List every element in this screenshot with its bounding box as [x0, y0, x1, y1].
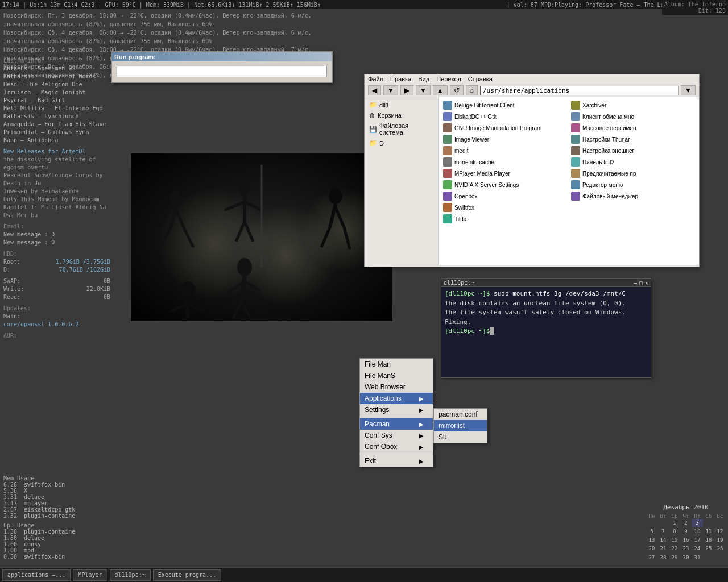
calendar-day[interactable]: 29 — [669, 554, 680, 562]
calendar-day[interactable]: 12 — [714, 527, 726, 536]
fm-app-item[interactable]: Клиент обмена мно — [569, 111, 697, 122]
submenu-item-su[interactable]: Su — [434, 431, 487, 443]
fm-menu-file[interactable]: Файл — [368, 76, 383, 82]
calendar: Декабрь 2010 Пн Вт Ср Чт Пт Сб Вс 123678… — [646, 504, 726, 562]
submenu-item-mirrorlist[interactable]: mirrorlist — [434, 420, 487, 431]
fm-menu-go[interactable]: Переход — [436, 76, 461, 82]
fm-app-item[interactable]: Настройки Thunar — [569, 134, 697, 145]
calendar-day[interactable]: 24 — [692, 544, 703, 553]
fm-sidebar-item[interactable]: 📁D — [365, 138, 438, 148]
term-maximize[interactable]: □ — [639, 280, 643, 286]
menu-item-pacman[interactable]: Pacman ▶ — [360, 418, 433, 430]
fm-address-bar[interactable]: /usr/share/applications — [480, 86, 679, 95]
calendar-day[interactable]: 14 — [657, 536, 669, 544]
calendar-day[interactable]: 23 — [680, 544, 692, 553]
fm-sidebar-item[interactable]: 🗑Корзина — [365, 110, 438, 120]
calendar-day[interactable]: 18 — [703, 536, 714, 544]
fm-home-button[interactable]: ⌂ — [466, 85, 478, 95]
fm-dropdown-button[interactable]: ▼ — [383, 85, 398, 95]
fm-app-item[interactable]: Панель tint2 — [569, 156, 697, 168]
fm-reload-button[interactable]: ↺ — [450, 85, 464, 95]
lastfm-title: LastFm info: — [3, 57, 110, 65]
calendar-day[interactable]: 31 — [692, 554, 703, 562]
fm-app-item[interactable]: Deluge BitTorrent Client — [441, 99, 569, 111]
fm-forward-button[interactable]: ▶ — [400, 85, 413, 95]
fm-menu-edit[interactable]: Правка — [390, 76, 411, 82]
fm-app-item[interactable]: medit — [441, 145, 569, 156]
fm-app-item[interactable]: NVIDIA X Server Settings — [441, 179, 569, 190]
calendar-day[interactable]: 7 — [657, 527, 669, 536]
term-close[interactable]: ✕ — [645, 280, 648, 286]
calendar-day[interactable]: 21 — [657, 544, 669, 553]
fm-app-item[interactable]: Настройка внешнег — [569, 145, 697, 156]
task-terminal[interactable]: dl110pc:~ — [110, 569, 151, 581]
swap-val: 0B — [104, 277, 110, 285]
fm-menu-help[interactable]: Справка — [468, 76, 493, 82]
calendar-day[interactable]: 16 — [680, 536, 692, 544]
calendar-day[interactable]: 6 — [646, 527, 657, 536]
fm-up-button[interactable]: ▲ — [433, 85, 448, 95]
calendar-day[interactable]: 8 — [669, 527, 680, 536]
calendar-day[interactable]: 10 — [692, 527, 703, 536]
calendar-day[interactable]: 17 — [692, 536, 703, 544]
run-dialog-input[interactable]: xterm — [117, 66, 327, 77]
fm-app-item[interactable]: Редактор меню — [569, 179, 697, 190]
fm-sidebar-item[interactable]: 📁dll1 — [365, 99, 438, 110]
fm-app-item[interactable]: GNU Image Manipulation Program — [441, 122, 569, 134]
menu-sep-2 — [360, 454, 433, 454]
task-execute[interactable]: Execute progra... — [153, 569, 221, 581]
calendar-day[interactable]: 27 — [646, 554, 657, 562]
calendar-day[interactable]: 11 — [703, 527, 714, 536]
calendar-day[interactable]: 25 — [703, 544, 714, 553]
menu-label-settings: Settings — [365, 406, 389, 414]
lastfm-section: LastFm info: Antaeus – Specimen 23Kathar… — [3, 57, 110, 144]
menu-item-settings[interactable]: Settings ▶ — [360, 404, 433, 415]
calendar-day[interactable]: 20 — [646, 544, 657, 553]
menu-item-confobox[interactable]: Conf Obox ▶ — [360, 441, 433, 452]
menu-item-filemans[interactable]: File ManS — [360, 370, 433, 381]
fm-app-item[interactable]: Массовое переимен — [569, 122, 697, 134]
fm-app-item[interactable]: Image Viewer — [441, 134, 569, 145]
fm-statusbar — [365, 265, 699, 267]
fm-address-dropdown[interactable]: ▼ — [681, 85, 696, 95]
task-mplayer[interactable]: MPlayer — [73, 569, 107, 581]
calendar-day[interactable]: 2 — [680, 519, 692, 527]
calendar-day — [703, 554, 714, 562]
task-applications[interactable]: applications –... — [2, 569, 71, 581]
calendar-day[interactable]: 22 — [669, 544, 680, 553]
svg-line-26 — [188, 304, 205, 311]
fm-app-item[interactable]: EiskaltDC++ Gtk — [441, 111, 569, 122]
term-minimize[interactable]: — — [634, 280, 637, 286]
fm-app-item[interactable]: Swiftfox — [441, 202, 569, 213]
calendar-day[interactable]: 26 — [714, 544, 726, 553]
fm-app-item[interactable]: Openbox — [441, 190, 569, 202]
fm-forward2-button[interactable]: ▼ — [416, 85, 431, 95]
calendar-day[interactable]: 3 — [692, 519, 703, 527]
calendar-day[interactable]: 13 — [646, 536, 657, 544]
fm-app-item[interactable]: Файловый менеджер — [569, 190, 697, 202]
calendar-day[interactable]: 1 — [669, 519, 680, 527]
fm-app-item[interactable]: Tilda — [441, 213, 569, 225]
calendar-day[interactable]: 15 — [669, 536, 680, 544]
fm-app-item[interactable]: MPlayer Media Player — [441, 168, 569, 179]
fm-app-item[interactable]: Xarchiver — [569, 99, 697, 111]
menu-label-filemans: File ManS — [365, 372, 395, 380]
now-playing-panel: Album: The Inferno Bit: 128 — [662, 0, 728, 15]
calendar-day[interactable]: 9 — [680, 527, 692, 536]
fm-back-button[interactable]: ◀ — [368, 85, 381, 95]
fm-app-item[interactable]: mimeinfo.cache — [441, 156, 569, 168]
menu-item-webbrowser[interactable]: Web Browser — [360, 381, 433, 393]
submenu-item-pacmanconf[interactable]: pacman.conf — [434, 409, 487, 420]
menu-item-applications[interactable]: Applications ▶ — [360, 393, 433, 404]
menu-item-confsys[interactable]: Conf Sys ▶ — [360, 430, 433, 441]
menu-item-exit[interactable]: Exit ▶ — [360, 455, 433, 467]
menu-item-fileman[interactable]: File Man — [360, 359, 433, 370]
fm-sidebar-item[interactable]: 💾Файловая система — [365, 120, 438, 138]
newrelease-item: Peaceful Snow/Lounge Corps by Death in J… — [3, 172, 110, 188]
fm-menu-view[interactable]: Вид — [418, 76, 429, 82]
mem-usage-item: 5.36X — [3, 488, 107, 494]
calendar-day[interactable]: 19 — [714, 536, 726, 544]
calendar-day[interactable]: 28 — [657, 554, 669, 562]
calendar-day[interactable]: 30 — [680, 554, 692, 562]
fm-app-item[interactable]: Предпочитаемые пр — [569, 168, 697, 179]
